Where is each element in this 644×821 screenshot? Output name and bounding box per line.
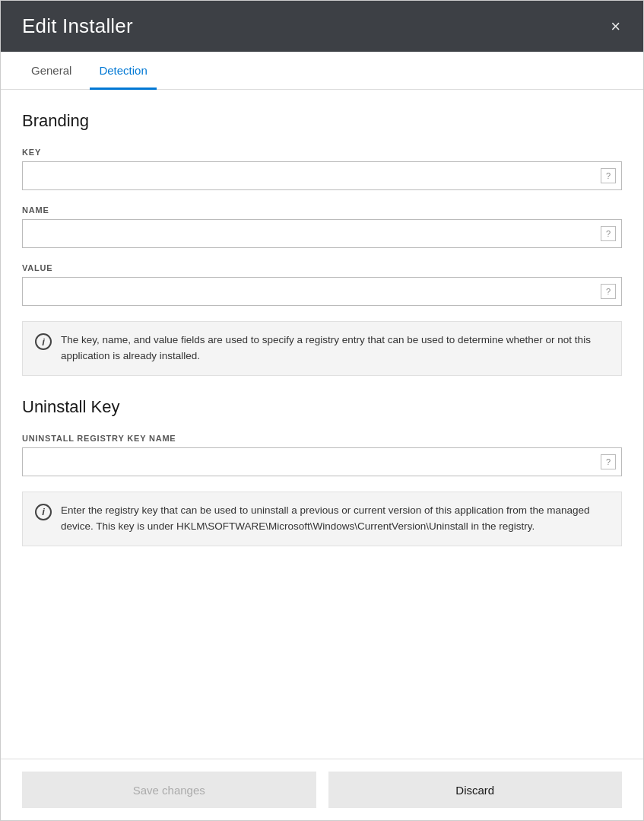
key-label: KEY <box>22 148 622 157</box>
value-field-group: VALUE ? <box>22 263 622 306</box>
tab-detection[interactable]: Detection <box>90 52 156 90</box>
modal-header: Edit Installer × <box>1 1 643 52</box>
name-label: NAME <box>22 205 622 215</box>
value-label: VALUE <box>22 263 622 272</box>
name-input[interactable] <box>22 219 622 248</box>
uninstall-key-input[interactable] <box>22 447 622 476</box>
modal-footer: Save changes Discard <box>1 759 643 820</box>
value-input-wrapper: ? <box>22 277 622 306</box>
uninstall-key-label: UNINSTALL REGISTRY KEY NAME <box>22 434 622 443</box>
name-field-group: NAME ? <box>22 205 622 248</box>
branding-section-title: Branding <box>22 111 622 131</box>
modal-title: Edit Installer <box>22 14 133 38</box>
uninstall-key-input-wrapper: ? <box>22 447 622 476</box>
branding-info-icon: i <box>35 333 52 350</box>
branding-info-text: The key, name, and value fields are used… <box>61 333 609 364</box>
key-input[interactable] <box>22 161 622 190</box>
modal-body: General Detection Branding KEY ? NAME <box>1 52 643 759</box>
uninstall-key-field-group: UNINSTALL REGISTRY KEY NAME ? <box>22 434 622 476</box>
close-button[interactable]: × <box>606 15 625 38</box>
key-field-group: KEY ? <box>22 148 622 190</box>
uninstall-key-section-title: Uninstall Key <box>22 397 622 417</box>
branding-info-box: i The key, name, and value fields are us… <box>22 321 622 376</box>
uninstall-key-info-text: Enter the registry key that can be used … <box>61 503 609 535</box>
tab-general[interactable]: General <box>22 52 81 90</box>
name-input-wrapper: ? <box>22 219 622 248</box>
value-input[interactable] <box>22 277 622 306</box>
uninstall-key-info-icon: i <box>35 504 52 520</box>
key-input-wrapper: ? <box>22 161 622 190</box>
tabs-container: General Detection <box>1 52 643 90</box>
tab-content-detection: Branding KEY ? NAME ? <box>1 90 643 759</box>
save-changes-button[interactable]: Save changes <box>22 772 316 808</box>
edit-installer-modal: Edit Installer × General Detection Brand… <box>0 0 644 821</box>
uninstall-key-info-box: i Enter the registry key that can be use… <box>22 492 622 546</box>
discard-button[interactable]: Discard <box>328 772 623 808</box>
